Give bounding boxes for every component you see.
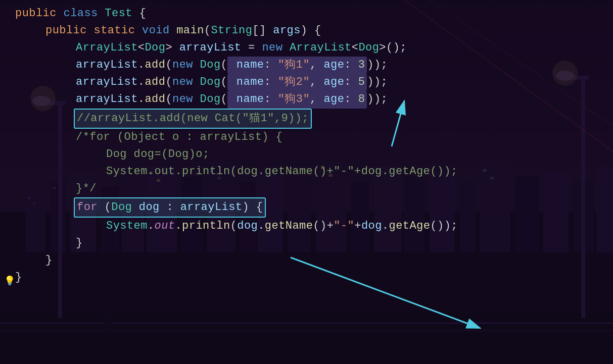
class-name: Test [105, 5, 139, 22]
code-line-16: } [15, 269, 613, 286]
code-line-5: arrayList.add(new Dog( name: "狗2", age: … [15, 74, 613, 91]
lightbulb-icon: 💡 [4, 275, 15, 286]
code-line-9: Dog dog=(Dog)o; [15, 146, 613, 163]
code-line-11: }*/ [15, 180, 613, 197]
code-line-7: //arrayList.add(new Cat("猫1",9)); [74, 109, 312, 129]
code-line-14: } [15, 235, 613, 252]
keyword-class: class [64, 5, 105, 22]
code-container: public class Test { public static void m… [0, 0, 613, 364]
code-line-6: arrayList.add(new Dog( name: "狗3", age: … [15, 91, 613, 108]
code-line-2: public static void main(String[] args) { [15, 22, 613, 39]
code-line-12-wrapper: for (Dog dog : arrayList) { [15, 197, 613, 218]
code-line-7-wrapper: //arrayList.add(new Cat("猫1",9)); [15, 109, 613, 129]
code-line-15: } [15, 252, 613, 269]
code-line-13: System.out.println(dog.getName()+"-"+dog… [15, 218, 613, 235]
code-line-3: ArrayList<Dog> arrayList = new ArrayList… [15, 39, 613, 57]
code-line-1: public class Test { [15, 5, 613, 22]
keyword-public: public [15, 5, 64, 22]
code-line-4: arrayList.add(new Dog( name: "狗1", age: … [15, 57, 613, 74]
code-line-8: /*for (Object o : arrayList) { [15, 129, 613, 146]
code-line-10: System.out.println(dog.getName()+"-"+dog… [15, 163, 613, 180]
code-line-12: for (Dog dog : arrayList) { [74, 197, 266, 218]
